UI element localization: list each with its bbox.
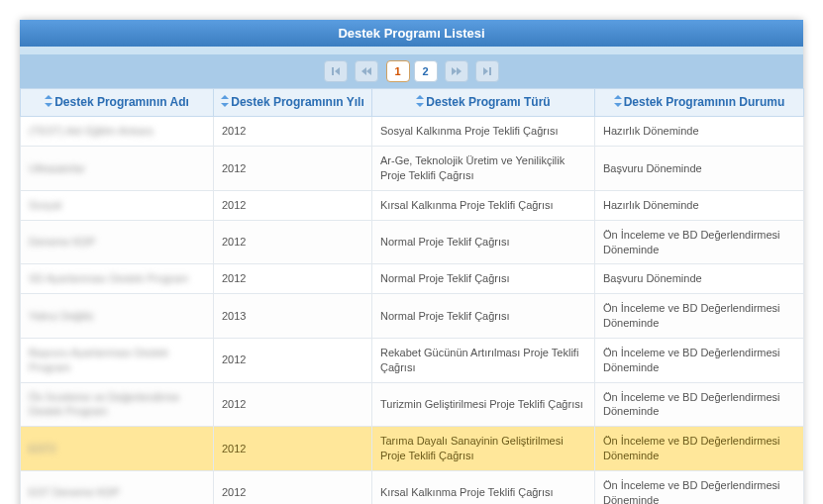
- col-header-type[interactable]: Destek Programı Türü: [372, 89, 595, 117]
- pager-page-2[interactable]: 2: [414, 60, 438, 82]
- col-header-status[interactable]: Destek Programının Durumu: [595, 89, 804, 117]
- sort-icon: [416, 95, 424, 110]
- cell-name: Başvuru Ayarlanması Destek Program: [21, 338, 214, 382]
- cell-status: Hazırlık Döneminde: [595, 117, 804, 147]
- panel-title: Destek Programı Listesi: [20, 20, 803, 47]
- pager-top: 12: [20, 54, 803, 88]
- cell-year: 2013: [214, 294, 372, 339]
- cell-name: EST2: [21, 427, 214, 471]
- pager-last-button[interactable]: [475, 60, 499, 82]
- next-icon: [450, 64, 463, 78]
- sort-icon: [221, 95, 229, 110]
- table-row[interactable]: EST22012Tarıma Dayalı Sanayinin Geliştir…: [21, 427, 804, 471]
- cell-status: Ön İnceleme ve BD Değerlendirmesi Dönemi…: [595, 427, 804, 471]
- cell-year: 2012: [214, 147, 372, 191]
- cell-status: Ön İnceleme ve BD Değerlendirmesi Dönemi…: [595, 294, 804, 339]
- cell-year: 2012: [214, 427, 372, 471]
- cell-name: SD Ayarlanması Destek Program: [21, 264, 214, 294]
- cell-status: Ön İnceleme ve BD Değerlendirmesi Dönemi…: [595, 338, 804, 382]
- cell-year: 2012: [214, 264, 372, 294]
- table-row[interactable]: SD Ayarlanması Destek Program2012Normal …: [21, 264, 804, 294]
- col-label: Destek Programının Durumu: [624, 95, 785, 109]
- table-row[interactable]: Deneme KDP2012Normal Proje Teklif Çağrıs…: [21, 220, 804, 264]
- table-row[interactable]: Başvuru Ayarlanması Destek Program2012Re…: [21, 338, 804, 382]
- program-table: Destek Programının Adı Destek Programını…: [20, 88, 804, 504]
- last-icon: [480, 64, 494, 78]
- cell-type: Kırsal Kalkınma Proje Teklifi Çağrısı: [372, 190, 595, 220]
- cell-year: 2012: [214, 220, 372, 264]
- cell-name: (TEST) Adı Eğitim Ankara: [21, 117, 214, 147]
- pager-page-1[interactable]: 1: [386, 60, 410, 82]
- cell-type: Rekabet Gücünün Artırılması Proje Teklif…: [372, 338, 595, 382]
- table-row[interactable]: Ultrasatırlar2012Ar-Ge, Teknolojik Üreti…: [21, 147, 804, 191]
- program-list-panel: Destek Programı Listesi 12 Destek Progra…: [20, 20, 803, 504]
- cell-status: Ön İnceleme ve BD Değerlendirmesi Dönemi…: [595, 220, 804, 264]
- table-row[interactable]: EST Deneme KDP2012Kırsal Kalkınma Proje …: [21, 470, 804, 504]
- pager-first-button[interactable]: [324, 60, 348, 82]
- cell-name: Yalnız Değiliz: [21, 294, 214, 339]
- cell-name: Sosyal: [21, 190, 214, 220]
- table-row[interactable]: Yalnız Değiliz2013Normal Proje Teklif Ça…: [21, 294, 804, 339]
- col-label: Destek Programının Yılı: [231, 95, 364, 109]
- cell-year: 2012: [214, 117, 372, 147]
- cell-name: Ön İnceleme ve Değerlendirme Destek Prog…: [21, 382, 214, 427]
- col-header-year[interactable]: Destek Programının Yılı: [214, 89, 372, 117]
- cell-year: 2012: [214, 338, 372, 382]
- cell-type: Kırsal Kalkınma Proje Teklifi Çağrısı: [372, 470, 595, 504]
- cell-type: Ar-Ge, Teknolojik Üretim ve Yenilikçilik…: [372, 147, 595, 191]
- pager-prev-button[interactable]: [355, 60, 378, 82]
- cell-year: 2012: [214, 382, 372, 427]
- cell-type: Normal Proje Teklif Çağrısı: [372, 220, 595, 264]
- prev-icon: [360, 64, 373, 78]
- cell-year: 2012: [214, 190, 372, 220]
- sort-icon: [45, 95, 52, 110]
- pager-next-button[interactable]: [445, 60, 468, 82]
- col-label: Destek Programının Adı: [54, 95, 189, 109]
- cell-status: Ön İnceleme ve BD Değerlendirmesi Dönemi…: [595, 382, 804, 427]
- col-header-name[interactable]: Destek Programının Adı: [21, 89, 214, 117]
- table-row[interactable]: Ön İnceleme ve Değerlendirme Destek Prog…: [21, 382, 804, 427]
- cell-type: Normal Proje Teklif Çağrısı: [372, 264, 595, 294]
- cell-status: Ön İnceleme ve BD Değerlendirmesi Dönemi…: [595, 470, 804, 504]
- band: [20, 47, 803, 54]
- first-icon: [329, 64, 343, 78]
- table-row[interactable]: (TEST) Adı Eğitim Ankara2012Sosyal Kalkı…: [21, 117, 804, 147]
- cell-year: 2012: [214, 470, 372, 504]
- cell-name: Deneme KDP: [21, 220, 214, 264]
- cell-type: Turizmin Geliştirilmesi Proje Teklifi Ça…: [372, 382, 595, 427]
- cell-status: Hazırlık Döneminde: [595, 190, 804, 220]
- table-row[interactable]: Sosyal2012Kırsal Kalkınma Proje Teklifi …: [21, 190, 804, 220]
- col-label: Destek Programı Türü: [426, 95, 550, 109]
- cell-status: Başvuru Döneminde: [595, 264, 804, 294]
- sort-icon: [614, 95, 622, 110]
- cell-type: Normal Proje Teklif Çağrısı: [372, 294, 595, 339]
- cell-name: Ultrasatırlar: [21, 147, 214, 191]
- cell-type: Sosyal Kalkınma Proje Teklifi Çağrısı: [372, 117, 595, 147]
- cell-name: EST Deneme KDP: [21, 470, 214, 504]
- cell-type: Tarıma Dayalı Sanayinin Geliştirilmesi P…: [372, 427, 595, 471]
- cell-status: Başvuru Döneminde: [595, 147, 804, 191]
